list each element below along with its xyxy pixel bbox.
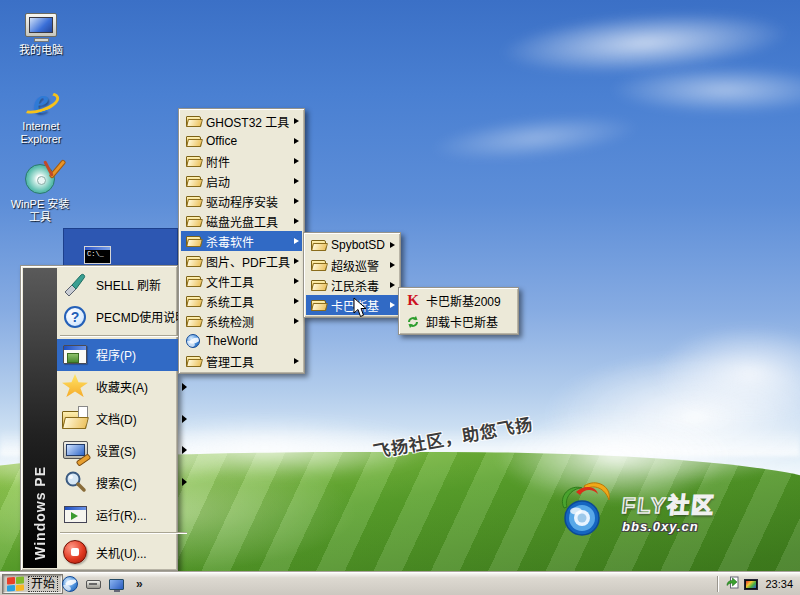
menu-item-uninstall-kaspersky[interactable]: 卸载卡巴斯基 (401, 311, 516, 332)
tray-display-icon[interactable] (744, 579, 758, 590)
submenu-arrow-icon (294, 178, 299, 184)
menu-item-ghost32-tools[interactable]: GHOST32 工具 (181, 111, 302, 131)
folder-icon (184, 275, 202, 287)
submenu-arrow-icon (182, 446, 187, 454)
shutdown-icon (60, 538, 90, 566)
folder-icon (184, 115, 202, 127)
menu-item-kaspersky-2009[interactable]: K 卡巴斯基2009 (401, 290, 516, 311)
start-button-label: 开始 (28, 576, 58, 592)
start-menu: Windows PE SHELL 刷新 PECMD使用说明 程序(P) (20, 265, 178, 571)
globe-icon (184, 334, 202, 348)
desktop-icon-my-computer[interactable]: 我的电脑 (10, 6, 72, 57)
fly-logo-title: FLY社区 (620, 487, 717, 519)
submenu-arrow-icon (294, 258, 299, 264)
quick-launch-browser-icon[interactable] (62, 576, 78, 592)
desktop-icon-label: Internet Explorer (10, 120, 72, 146)
mouse-cursor-icon (353, 297, 367, 322)
menu-item-accessories[interactable]: 附件 (181, 151, 302, 171)
start-menu-item-shell-refresh[interactable]: SHELL 刷新 (57, 269, 190, 301)
menu-item-disk-tools[interactable]: 磁盘光盘工具 (181, 211, 302, 231)
folder-icon (184, 235, 202, 247)
menu-item-image-pdf-tools[interactable]: 图片、PDF工具 (181, 251, 302, 271)
quick-launch-device-icon[interactable] (86, 580, 101, 589)
desktop: 飞扬社区，助您飞扬 FLY社区 bbs.0xy.cn 我的电脑 e Intern… (0, 0, 800, 595)
kaspersky-icon: K (404, 293, 422, 308)
start-menu-item-shutdown[interactable]: 关机(U)... (57, 536, 190, 568)
start-menu-item-pecmd-help[interactable]: PECMD使用说明 (57, 301, 190, 333)
menu-item-theworld[interactable]: TheWorld (181, 331, 302, 351)
documents-folder-icon (60, 405, 90, 433)
submenu-arrow-icon (294, 198, 299, 204)
submenu-arrow-icon (294, 278, 299, 284)
submenu-arrow-icon (294, 118, 299, 124)
menu-item-file-tools[interactable]: 文件工具 (181, 271, 302, 291)
internet-explorer-icon: e (10, 82, 72, 120)
submenu-arrow-icon (294, 318, 299, 324)
folder-icon (184, 135, 202, 147)
brush-icon (60, 271, 90, 299)
start-menu-item-settings[interactable]: 设置(S) (57, 434, 190, 466)
quick-launch-overflow-chevron[interactable]: » (132, 577, 143, 591)
submenu-arrow-icon (390, 262, 395, 268)
menu-item-system-check[interactable]: 系统检测 (181, 311, 302, 331)
menu-item-kaspersky[interactable]: 卡巴斯基 (306, 295, 398, 315)
start-menu-item-programs[interactable]: 程序(P) (57, 339, 190, 371)
menu-separator (60, 532, 187, 534)
menu-item-antivirus[interactable]: 杀毒软件 (181, 231, 302, 251)
folder-icon (184, 355, 202, 367)
menu-item-super-patrol[interactable]: 超级巡警 (306, 255, 398, 275)
start-menu-sidebar: Windows PE (23, 268, 57, 568)
submenu-arrow-icon (390, 302, 395, 308)
menu-item-office[interactable]: Office (181, 131, 302, 151)
folder-icon (184, 315, 202, 327)
folder-icon (309, 259, 327, 271)
system-tray: 23:34 (712, 574, 798, 594)
antivirus-menu: SpybotSD 超级巡警 江民杀毒 卡巴斯基 (303, 232, 401, 318)
folder-icon (184, 155, 202, 167)
start-button[interactable]: 开始 (2, 574, 63, 594)
fly-logo-icon (556, 478, 620, 542)
menu-item-jiangmin[interactable]: 江民杀毒 (306, 275, 398, 295)
cloud (610, 66, 800, 114)
start-menu-item-documents[interactable]: 文档(D) (57, 403, 190, 435)
fly-community-logo: FLY社区 bbs.0xy.cn (556, 478, 716, 542)
submenu-arrow-icon (294, 138, 299, 144)
favorites-star-icon (60, 373, 90, 401)
desktop-icon-winpe-tool[interactable]: WinPE 安装工具 (9, 160, 71, 224)
start-menu-item-favorites[interactable]: 收藏夹(A) (57, 371, 190, 403)
uninstall-icon (404, 315, 422, 329)
submenu-arrow-icon (294, 158, 299, 164)
folder-icon (184, 215, 202, 227)
submenu-arrow-icon (294, 358, 299, 364)
desktop-icon-label: 我的电脑 (10, 44, 72, 57)
folder-icon (184, 195, 202, 207)
quick-launch-display-icon[interactable] (109, 579, 124, 590)
help-icon (60, 303, 90, 331)
submenu-arrow-icon (182, 478, 187, 486)
submenu-arrow-icon (294, 238, 299, 244)
folder-icon (309, 239, 327, 251)
folder-icon (184, 295, 202, 307)
submenu-arrow-icon (294, 218, 299, 224)
background-window (63, 228, 178, 268)
desktop-icon-internet-explorer[interactable]: e Internet Explorer (10, 82, 72, 146)
folder-icon (184, 175, 202, 187)
menu-item-startup[interactable]: 启动 (181, 171, 302, 191)
start-menu-item-run[interactable]: 运行(R)... (57, 498, 190, 530)
tray-separator (717, 576, 719, 592)
programs-menu: GHOST32 工具 Office 附件 启动 驱动程序安装 磁盘光盘工具 (178, 108, 305, 374)
menu-item-spybotsd[interactable]: SpybotSD (306, 235, 398, 255)
fly-logo-subtitle: bbs.0xy.cn (622, 519, 716, 534)
kaspersky-menu: K 卡巴斯基2009 卸载卡巴斯基 (398, 287, 519, 335)
menu-item-driver-install[interactable]: 驱动程序安装 (181, 191, 302, 211)
search-icon (60, 468, 90, 496)
menu-item-system-tools[interactable]: 系统工具 (181, 291, 302, 311)
tray-share-icon[interactable] (726, 575, 739, 593)
desktop-icon-command-prompt[interactable]: C:\_ (84, 246, 111, 264)
menu-item-admin-tools[interactable]: 管理工具 (181, 351, 302, 371)
taskbar-clock[interactable]: 23:34 (763, 578, 793, 590)
start-menu-item-search[interactable]: 搜索(C) (57, 466, 190, 498)
submenu-arrow-icon (390, 242, 395, 248)
folder-icon (184, 255, 202, 267)
submenu-arrow-icon (182, 383, 187, 391)
